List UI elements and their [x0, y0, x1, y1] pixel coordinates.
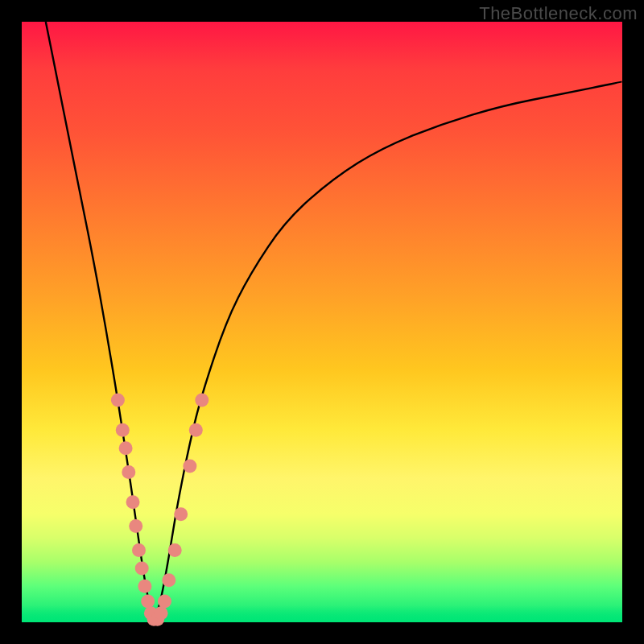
- marker-point: [195, 394, 208, 407]
- marker-point: [189, 423, 203, 437]
- marker-point: [155, 606, 168, 620]
- marker-point: [129, 519, 142, 533]
- marker-point: [183, 460, 196, 473]
- marker-point: [122, 465, 135, 479]
- marker-point: [158, 594, 171, 608]
- marker-point: [132, 543, 146, 557]
- chart-frame: TheBottleneck.com: [0, 0, 644, 644]
- watermark-text: TheBottleneck.com: [479, 3, 638, 24]
- marker-point: [119, 441, 133, 455]
- marker-point: [141, 594, 155, 608]
- marker-group: [111, 394, 208, 626]
- marker-point: [174, 507, 188, 521]
- plot-area: [22, 22, 622, 622]
- chart-svg: [22, 22, 622, 622]
- marker-point: [135, 561, 149, 575]
- marker-point: [138, 580, 151, 593]
- marker-point: [162, 573, 175, 587]
- marker-point: [126, 495, 140, 509]
- marker-point: [111, 394, 125, 407]
- marker-point: [116, 423, 130, 437]
- marker-point: [168, 543, 182, 557]
